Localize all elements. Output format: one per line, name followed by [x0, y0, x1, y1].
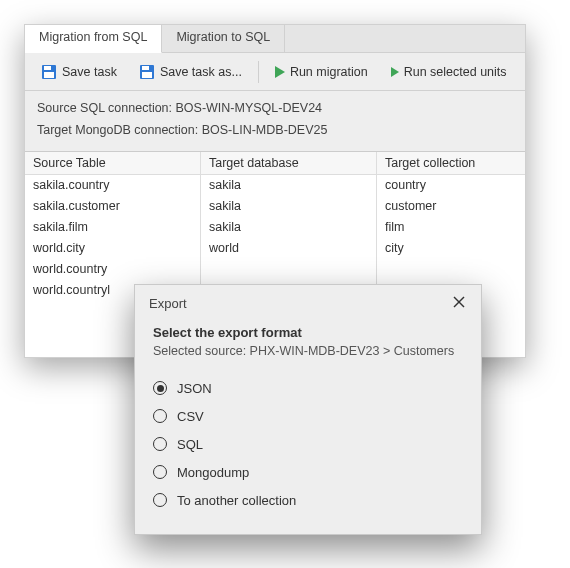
cell-target-coll: city	[377, 238, 525, 259]
dialog-title: Export	[149, 296, 187, 311]
svg-rect-4	[142, 66, 149, 70]
close-icon[interactable]	[447, 293, 471, 313]
cell-target-coll: country	[377, 175, 525, 196]
grid-header: Source Table Target database Target coll…	[25, 152, 525, 175]
cell-target-coll	[377, 259, 525, 280]
radio-label: CSV	[177, 409, 204, 424]
tab-migration-from-sql[interactable]: Migration from SQL	[25, 25, 162, 53]
toolbar: Save task Save task as... Run migration …	[25, 53, 525, 91]
header-target-db[interactable]: Target database	[201, 152, 377, 174]
run-selected-label: Run selected units	[404, 65, 507, 79]
tab-migration-to-sql[interactable]: Migration to SQL	[162, 25, 285, 52]
dialog-source-line: Selected source: PHX-WIN-MDB-DEV23 > Cus…	[153, 344, 463, 358]
radio-option[interactable]: Mongodump	[153, 458, 463, 486]
table-row[interactable]: sakila.customersakilacustomer	[25, 196, 525, 217]
svg-rect-1	[44, 66, 51, 70]
tab-strip: Migration from SQL Migration to SQL	[25, 25, 525, 53]
run-selected-button[interactable]: Run selected units	[382, 62, 515, 82]
radio-option[interactable]: JSON	[153, 374, 463, 402]
radio-icon	[153, 437, 167, 451]
radio-label: JSON	[177, 381, 212, 396]
save-task-as-label: Save task as...	[160, 65, 242, 79]
cell-target-db: sakila	[201, 196, 377, 217]
cell-source: sakila.customer	[25, 196, 201, 217]
header-source-table[interactable]: Source Table	[25, 152, 201, 174]
connection-info: Source SQL connection: BOS-WIN-MYSQL-DEV…	[25, 91, 525, 151]
cell-source: world.country	[25, 259, 201, 280]
cell-target-coll: film	[377, 217, 525, 238]
radio-option[interactable]: CSV	[153, 402, 463, 430]
radio-icon	[153, 409, 167, 423]
radio-list: JSONCSVSQLMongodumpTo another collection	[153, 374, 463, 514]
cell-source: sakila.film	[25, 217, 201, 238]
table-row[interactable]: world.country	[25, 259, 525, 280]
cell-target-db: sakila	[201, 217, 377, 238]
radio-icon	[153, 381, 167, 395]
svg-rect-2	[44, 72, 54, 78]
radio-label: SQL	[177, 437, 203, 452]
svg-rect-5	[142, 72, 152, 78]
cell-target-db: sakila	[201, 175, 377, 196]
target-connection-text: Target MongoDB connection: BOS-LIN-MDB-D…	[37, 123, 513, 137]
table-row[interactable]: sakila.countrysakilacountry	[25, 175, 525, 196]
save-task-label: Save task	[62, 65, 117, 79]
play-selected-icon	[390, 67, 399, 77]
save-task-button[interactable]: Save task	[33, 61, 125, 83]
cell-target-db: world	[201, 238, 377, 259]
cell-source: world.city	[25, 238, 201, 259]
play-icon	[275, 66, 285, 78]
cell-source: sakila.country	[25, 175, 201, 196]
radio-label: Mongodump	[177, 465, 249, 480]
radio-option[interactable]: To another collection	[153, 486, 463, 514]
save-task-as-button[interactable]: Save task as...	[131, 61, 250, 83]
export-dialog: Export Select the export format Selected…	[134, 284, 482, 535]
radio-label: To another collection	[177, 493, 296, 508]
run-migration-label: Run migration	[290, 65, 368, 79]
floppy-icon	[139, 64, 155, 80]
dialog-body: Select the export format Selected source…	[135, 319, 481, 534]
radio-icon	[153, 493, 167, 507]
header-target-coll[interactable]: Target collection	[377, 152, 525, 174]
table-row[interactable]: sakila.filmsakilafilm	[25, 217, 525, 238]
radio-option[interactable]: SQL	[153, 430, 463, 458]
cell-target-db	[201, 259, 377, 280]
radio-icon	[153, 465, 167, 479]
dialog-titlebar: Export	[135, 285, 481, 319]
run-migration-button[interactable]: Run migration	[267, 62, 376, 82]
floppy-icon	[41, 64, 57, 80]
dialog-heading: Select the export format	[153, 325, 463, 340]
source-connection-text: Source SQL connection: BOS-WIN-MYSQL-DEV…	[37, 101, 513, 115]
table-row[interactable]: world.cityworldcity	[25, 238, 525, 259]
cell-target-coll: customer	[377, 196, 525, 217]
toolbar-separator	[258, 61, 259, 83]
